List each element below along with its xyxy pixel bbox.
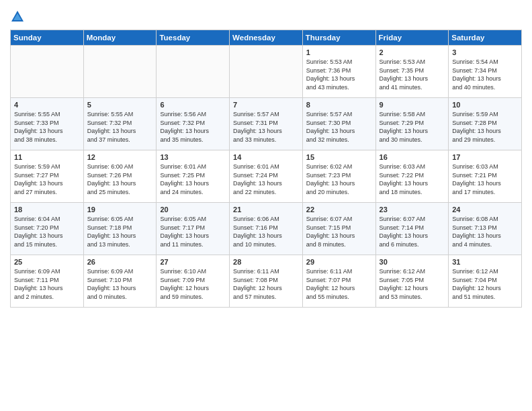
day-number: 3 bbox=[452, 48, 518, 56]
cell-content: Sunrise: 6:12 AM Sunset: 7:04 PM Dayligh… bbox=[452, 267, 518, 301]
calendar-week-5: 25Sunrise: 6:09 AM Sunset: 7:11 PM Dayli… bbox=[11, 255, 522, 308]
day-number: 15 bbox=[306, 153, 372, 161]
cell-content: Sunrise: 6:10 AM Sunset: 7:09 PM Dayligh… bbox=[160, 267, 226, 301]
cell-content: Sunrise: 6:11 AM Sunset: 7:08 PM Dayligh… bbox=[233, 267, 299, 301]
cell-content: Sunrise: 6:09 AM Sunset: 7:10 PM Dayligh… bbox=[87, 267, 153, 301]
day-number: 25 bbox=[14, 258, 80, 266]
calendar-cell bbox=[11, 46, 84, 98]
calendar-cell: 14Sunrise: 6:01 AM Sunset: 7:24 PM Dayli… bbox=[230, 150, 303, 203]
weekday-header-friday: Friday bbox=[375, 30, 449, 46]
day-number: 4 bbox=[14, 101, 80, 109]
cell-content: Sunrise: 6:09 AM Sunset: 7:11 PM Dayligh… bbox=[14, 267, 80, 301]
cell-content: Sunrise: 6:05 AM Sunset: 7:18 PM Dayligh… bbox=[87, 215, 153, 248]
cell-content: Sunrise: 6:03 AM Sunset: 7:22 PM Dayligh… bbox=[380, 163, 445, 196]
weekday-header-tuesday: Tuesday bbox=[157, 30, 230, 46]
cell-content: Sunrise: 5:53 AM Sunset: 7:36 PM Dayligh… bbox=[306, 58, 372, 91]
cell-content: Sunrise: 5:53 AM Sunset: 7:35 PM Dayligh… bbox=[380, 58, 445, 91]
day-number: 18 bbox=[14, 205, 80, 214]
calendar-cell bbox=[83, 46, 157, 98]
calendar-cell: 27Sunrise: 6:10 AM Sunset: 7:09 PM Dayli… bbox=[157, 255, 230, 308]
day-number: 17 bbox=[452, 153, 518, 161]
calendar-table: SundayMondayTuesdayWednesdayThursdayFrid… bbox=[10, 30, 522, 308]
calendar-cell: 7Sunrise: 5:57 AM Sunset: 7:31 PM Daylig… bbox=[230, 98, 303, 150]
day-number: 9 bbox=[380, 101, 445, 109]
calendar-cell: 10Sunrise: 5:59 AM Sunset: 7:28 PM Dayli… bbox=[449, 98, 522, 150]
calendar-cell: 25Sunrise: 6:09 AM Sunset: 7:11 PM Dayli… bbox=[11, 255, 84, 308]
day-number: 2 bbox=[380, 48, 445, 56]
calendar-body: 1Sunrise: 5:53 AM Sunset: 7:36 PM Daylig… bbox=[11, 46, 522, 308]
day-number: 29 bbox=[306, 258, 372, 266]
calendar-cell: 5Sunrise: 5:55 AM Sunset: 7:32 PM Daylig… bbox=[83, 98, 157, 150]
cell-content: Sunrise: 5:55 AM Sunset: 7:33 PM Dayligh… bbox=[14, 110, 80, 144]
cell-content: Sunrise: 6:12 AM Sunset: 7:05 PM Dayligh… bbox=[380, 267, 445, 301]
weekday-header-sunday: Sunday bbox=[11, 30, 84, 46]
calendar-cell: 24Sunrise: 6:08 AM Sunset: 7:13 PM Dayli… bbox=[449, 203, 522, 255]
calendar-cell: 16Sunrise: 6:03 AM Sunset: 7:22 PM Dayli… bbox=[375, 150, 449, 203]
logo-icon bbox=[10, 9, 25, 24]
weekday-header-saturday: Saturday bbox=[449, 30, 522, 46]
cell-content: Sunrise: 5:59 AM Sunset: 7:28 PM Dayligh… bbox=[452, 110, 518, 144]
cell-content: Sunrise: 6:06 AM Sunset: 7:16 PM Dayligh… bbox=[233, 215, 299, 248]
calendar-cell: 4Sunrise: 5:55 AM Sunset: 7:33 PM Daylig… bbox=[11, 98, 84, 150]
day-number: 13 bbox=[160, 153, 226, 161]
calendar-cell: 3Sunrise: 5:54 AM Sunset: 7:34 PM Daylig… bbox=[449, 46, 522, 98]
calendar-cell: 30Sunrise: 6:12 AM Sunset: 7:05 PM Dayli… bbox=[375, 255, 449, 308]
cell-content: Sunrise: 5:55 AM Sunset: 7:32 PM Dayligh… bbox=[87, 110, 153, 144]
calendar-cell: 29Sunrise: 6:11 AM Sunset: 7:07 PM Dayli… bbox=[302, 255, 375, 308]
cell-content: Sunrise: 6:01 AM Sunset: 7:25 PM Dayligh… bbox=[160, 163, 226, 196]
cell-content: Sunrise: 5:56 AM Sunset: 7:32 PM Dayligh… bbox=[160, 110, 226, 144]
cell-content: Sunrise: 5:59 AM Sunset: 7:27 PM Dayligh… bbox=[14, 163, 80, 196]
calendar-cell: 6Sunrise: 5:56 AM Sunset: 7:32 PM Daylig… bbox=[157, 98, 230, 150]
cell-content: Sunrise: 6:04 AM Sunset: 7:20 PM Dayligh… bbox=[14, 215, 80, 248]
calendar-cell: 23Sunrise: 6:07 AM Sunset: 7:14 PM Dayli… bbox=[375, 203, 449, 255]
calendar-cell: 1Sunrise: 5:53 AM Sunset: 7:36 PM Daylig… bbox=[302, 46, 375, 98]
day-number: 22 bbox=[306, 205, 372, 214]
day-number: 21 bbox=[233, 205, 299, 214]
day-number: 30 bbox=[380, 258, 445, 266]
cell-content: Sunrise: 6:07 AM Sunset: 7:14 PM Dayligh… bbox=[380, 215, 445, 248]
calendar-cell: 26Sunrise: 6:09 AM Sunset: 7:10 PM Dayli… bbox=[83, 255, 157, 308]
weekday-header-thursday: Thursday bbox=[302, 30, 375, 46]
day-number: 26 bbox=[87, 258, 153, 266]
day-number: 16 bbox=[380, 153, 445, 161]
calendar-cell: 20Sunrise: 6:05 AM Sunset: 7:17 PM Dayli… bbox=[157, 203, 230, 255]
logo bbox=[10, 9, 27, 24]
calendar-cell: 9Sunrise: 5:58 AM Sunset: 7:29 PM Daylig… bbox=[375, 98, 449, 150]
day-number: 19 bbox=[87, 205, 153, 214]
cell-content: Sunrise: 5:54 AM Sunset: 7:34 PM Dayligh… bbox=[452, 58, 518, 91]
calendar-week-3: 11Sunrise: 5:59 AM Sunset: 7:27 PM Dayli… bbox=[11, 150, 522, 203]
weekday-header-wednesday: Wednesday bbox=[230, 30, 303, 46]
calendar-cell: 19Sunrise: 6:05 AM Sunset: 7:18 PM Dayli… bbox=[83, 203, 157, 255]
calendar-cell: 31Sunrise: 6:12 AM Sunset: 7:04 PM Dayli… bbox=[449, 255, 522, 308]
day-number: 31 bbox=[452, 258, 518, 266]
page: SundayMondayTuesdayWednesdayThursdayFrid… bbox=[0, 0, 532, 411]
cell-content: Sunrise: 6:03 AM Sunset: 7:21 PM Dayligh… bbox=[452, 163, 518, 196]
calendar-cell: 12Sunrise: 6:00 AM Sunset: 7:26 PM Dayli… bbox=[83, 150, 157, 203]
day-number: 11 bbox=[14, 153, 80, 161]
calendar-cell: 11Sunrise: 5:59 AM Sunset: 7:27 PM Dayli… bbox=[11, 150, 84, 203]
weekday-header-monday: Monday bbox=[83, 30, 157, 46]
calendar-week-1: 1Sunrise: 5:53 AM Sunset: 7:36 PM Daylig… bbox=[11, 46, 522, 98]
day-number: 14 bbox=[233, 153, 299, 161]
cell-content: Sunrise: 6:11 AM Sunset: 7:07 PM Dayligh… bbox=[306, 267, 372, 301]
calendar-cell: 28Sunrise: 6:11 AM Sunset: 7:08 PM Dayli… bbox=[230, 255, 303, 308]
cell-content: Sunrise: 6:01 AM Sunset: 7:24 PM Dayligh… bbox=[233, 163, 299, 196]
day-number: 20 bbox=[160, 205, 226, 214]
cell-content: Sunrise: 6:00 AM Sunset: 7:26 PM Dayligh… bbox=[87, 163, 153, 196]
calendar-header: SundayMondayTuesdayWednesdayThursdayFrid… bbox=[11, 30, 522, 46]
cell-content: Sunrise: 6:02 AM Sunset: 7:23 PM Dayligh… bbox=[306, 163, 372, 196]
day-number: 8 bbox=[306, 101, 372, 109]
day-number: 5 bbox=[87, 101, 153, 109]
cell-content: Sunrise: 6:05 AM Sunset: 7:17 PM Dayligh… bbox=[160, 215, 226, 248]
calendar-cell: 2Sunrise: 5:53 AM Sunset: 7:35 PM Daylig… bbox=[375, 46, 449, 98]
day-number: 28 bbox=[233, 258, 299, 266]
day-number: 27 bbox=[160, 258, 226, 266]
calendar-cell: 18Sunrise: 6:04 AM Sunset: 7:20 PM Dayli… bbox=[11, 203, 84, 255]
calendar-week-2: 4Sunrise: 5:55 AM Sunset: 7:33 PM Daylig… bbox=[11, 98, 522, 150]
weekday-row: SundayMondayTuesdayWednesdayThursdayFrid… bbox=[11, 30, 522, 46]
day-number: 12 bbox=[87, 153, 153, 161]
calendar-week-4: 18Sunrise: 6:04 AM Sunset: 7:20 PM Dayli… bbox=[11, 203, 522, 255]
day-number: 7 bbox=[233, 101, 299, 109]
calendar-cell: 13Sunrise: 6:01 AM Sunset: 7:25 PM Dayli… bbox=[157, 150, 230, 203]
cell-content: Sunrise: 5:57 AM Sunset: 7:31 PM Dayligh… bbox=[233, 110, 299, 144]
